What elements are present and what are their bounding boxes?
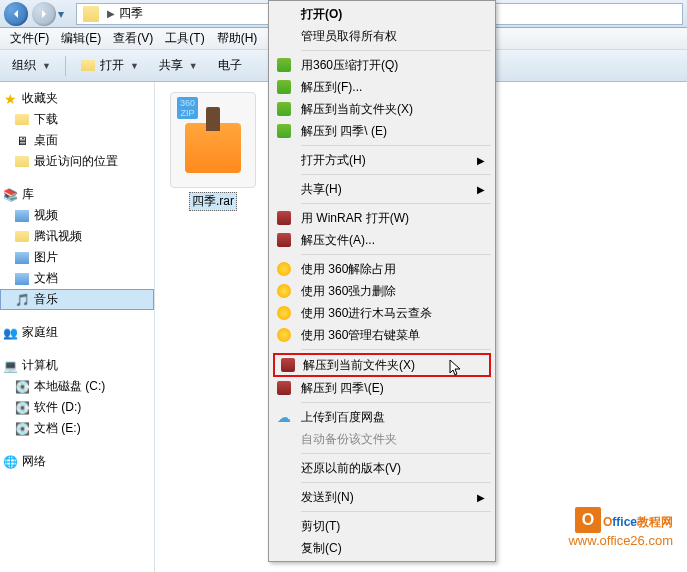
cm-restore[interactable]: 还原以前的版本(V) <box>271 457 493 479</box>
cursor-icon <box>449 359 463 377</box>
cm-extract-here[interactable]: 解压到当前文件夹(X) <box>271 98 493 120</box>
nav-forward-button[interactable] <box>32 2 56 26</box>
video-icon <box>15 210 29 222</box>
360-icon <box>277 328 291 342</box>
watermark: OOffice教程网 www.office26.com <box>568 506 673 548</box>
email-button[interactable]: 电子 <box>212 55 248 76</box>
file-name-label[interactable]: 四季.rar <box>189 192 237 211</box>
rar-file-icon: 360ZIP <box>170 92 256 188</box>
360-icon <box>277 284 291 298</box>
sidebar-item-drive-c[interactable]: 💽本地磁盘 (C:) <box>0 376 154 397</box>
separator <box>301 203 491 204</box>
sidebar-computer[interactable]: 💻计算机 <box>0 355 154 376</box>
separator <box>301 174 491 175</box>
sidebar-item-music[interactable]: 🎵音乐 <box>0 289 154 310</box>
menu-help[interactable]: 帮助(H) <box>211 28 264 49</box>
cloud-icon: ☁ <box>276 409 292 425</box>
cm-rar-extract-siji[interactable]: 解压到 四季\(E) <box>271 377 493 399</box>
folder-icon <box>83 6 99 22</box>
zip-badge: 360ZIP <box>177 97 198 119</box>
separator <box>301 254 491 255</box>
sidebar-item-pictures[interactable]: 图片 <box>0 247 154 268</box>
separator <box>301 349 491 350</box>
logo-icon: O <box>575 507 601 533</box>
cm-extract-files[interactable]: 解压文件(A)... <box>271 229 493 251</box>
organize-button[interactable]: 组织▼ <box>6 55 57 76</box>
sidebar-item-recent[interactable]: 最近访问的位置 <box>0 151 154 172</box>
cm-open-with[interactable]: 打开方式(H)▶ <box>271 149 493 171</box>
menu-tools[interactable]: 工具(T) <box>159 28 210 49</box>
cm-open[interactable]: 打开(O) <box>271 3 493 25</box>
cm-360-force-delete[interactable]: 使用 360强力删除 <box>271 280 493 302</box>
cm-360-trojan-scan[interactable]: 使用 360进行木马云查杀 <box>271 302 493 324</box>
archive-icon <box>277 102 291 116</box>
cm-admin[interactable]: 管理员取得所有权 <box>271 25 493 47</box>
cm-360-menu[interactable]: 使用 360管理右键菜单 <box>271 324 493 346</box>
menu-view[interactable]: 查看(V) <box>107 28 159 49</box>
chevron-right-icon: ▶ <box>477 155 485 166</box>
separator <box>65 56 66 76</box>
navigation-pane: ★收藏夹 下载 🖥桌面 最近访问的位置 📚库 视频 腾讯视频 图片 文档 🎵音乐… <box>0 82 155 572</box>
sidebar-favorites[interactable]: ★收藏夹 <box>0 88 154 109</box>
cm-winrar-open[interactable]: 用 WinRAR 打开(W) <box>271 207 493 229</box>
folder-icon <box>15 231 29 242</box>
cm-share-with[interactable]: 共享(H)▶ <box>271 178 493 200</box>
360-icon <box>277 306 291 320</box>
cm-extract-to[interactable]: 解压到(F)... <box>271 76 493 98</box>
cm-baidu-upload[interactable]: ☁上传到百度网盘 <box>271 406 493 428</box>
folder-open-icon <box>81 60 95 71</box>
chevron-right-icon: ▶ <box>107 8 115 19</box>
sidebar-network[interactable]: 🌐网络 <box>0 451 154 472</box>
drive-icon: 💽 <box>14 400 30 416</box>
winrar-icon <box>281 358 295 372</box>
open-button[interactable]: 打开▼ <box>74 55 145 76</box>
sidebar-item-drive-e[interactable]: 💽文档 (E:) <box>0 418 154 439</box>
archive-icon <box>277 58 291 72</box>
context-menu: 打开(O) 管理员取得所有权 用360压缩打开(Q) 解压到(F)... 解压到… <box>268 0 496 562</box>
sidebar-item-downloads[interactable]: 下载 <box>0 109 154 130</box>
computer-icon: 💻 <box>2 358 18 374</box>
cm-extract-siji[interactable]: 解压到 四季\ (E) <box>271 120 493 142</box>
menu-file[interactable]: 文件(F) <box>4 28 55 49</box>
sidebar-item-videos[interactable]: 视频 <box>0 205 154 226</box>
sidebar-item-tencent[interactable]: 腾讯视频 <box>0 226 154 247</box>
star-icon: ★ <box>2 91 18 107</box>
cm-rar-extract-here[interactable]: 解压到当前文件夹(X) <box>273 353 491 377</box>
document-icon <box>15 273 29 285</box>
sidebar-item-drive-d[interactable]: 💽软件 (D:) <box>0 397 154 418</box>
separator <box>301 50 491 51</box>
cm-send-to[interactable]: 发送到(N)▶ <box>271 486 493 508</box>
share-button[interactable]: 共享▼ <box>153 55 204 76</box>
sidebar-homegroup[interactable]: 👥家庭组 <box>0 322 154 343</box>
sidebar-item-documents[interactable]: 文档 <box>0 268 154 289</box>
drive-icon: 💽 <box>14 379 30 395</box>
chevron-right-icon: ▶ <box>477 492 485 503</box>
cm-auto-backup: 自动备份该文件夹 <box>271 428 493 450</box>
sidebar-item-desktop[interactable]: 🖥桌面 <box>0 130 154 151</box>
winrar-icon <box>277 211 291 225</box>
360-icon <box>277 262 291 276</box>
drive-icon: 💽 <box>14 421 30 437</box>
desktop-icon: 🖥 <box>14 133 30 149</box>
nav-history-button[interactable]: ▾ <box>58 7 72 21</box>
cm-cut[interactable]: 剪切(T) <box>271 515 493 537</box>
cm-360zip-open[interactable]: 用360压缩打开(Q) <box>271 54 493 76</box>
cm-copy[interactable]: 复制(C) <box>271 537 493 559</box>
nav-back-button[interactable] <box>4 2 28 26</box>
cm-360-unlock[interactable]: 使用 360解除占用 <box>271 258 493 280</box>
separator <box>301 145 491 146</box>
winrar-icon <box>277 233 291 247</box>
music-icon: 🎵 <box>14 292 30 308</box>
path-segment[interactable]: 四季 <box>119 5 143 22</box>
homegroup-icon: 👥 <box>2 325 18 341</box>
library-icon: 📚 <box>2 187 18 203</box>
folder-icon <box>15 114 29 125</box>
winrar-icon <box>277 381 291 395</box>
menu-edit[interactable]: 编辑(E) <box>55 28 107 49</box>
sidebar-libraries[interactable]: 📚库 <box>0 184 154 205</box>
separator <box>301 453 491 454</box>
network-icon: 🌐 <box>2 454 18 470</box>
file-item[interactable]: 360ZIP 四季.rar <box>165 92 261 211</box>
picture-icon <box>15 252 29 264</box>
chevron-right-icon: ▶ <box>477 184 485 195</box>
